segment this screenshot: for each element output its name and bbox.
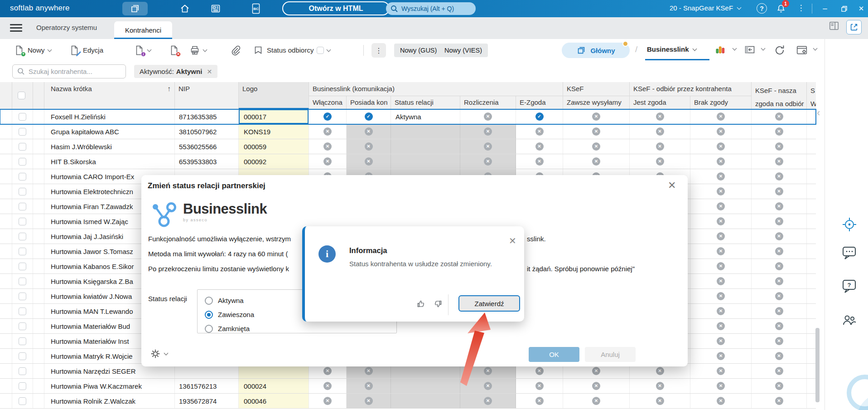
cell-logo[interactable]: 000059	[239, 139, 309, 154]
row-checkbox[interactable]	[19, 278, 26, 285]
tab-kontrahenci[interactable]: Kontrahenci	[114, 21, 172, 39]
status-odbiorcy-checkbox[interactable]	[317, 47, 324, 54]
row-checkbox[interactable]	[19, 173, 26, 181]
side-panel-button[interactable]	[828, 20, 840, 32]
row-checkbox[interactable]	[19, 128, 26, 136]
contractor-search[interactable]	[12, 64, 126, 78]
chevron-down-icon[interactable]	[813, 46, 818, 51]
modal-close-icon[interactable]: ✕	[668, 181, 676, 190]
restore-button[interactable]	[838, 3, 850, 15]
status-odbiorcy-button[interactable]: Status odbiorcy	[253, 39, 330, 61]
row-checkbox[interactable]	[19, 248, 26, 255]
table-row[interactable]: Hurtownia Piwa W.Kaczmarek13615762130000…	[0, 379, 816, 394]
col-header-status-relacji[interactable]: Status relacji	[391, 96, 460, 109]
hamburger-menu-icon[interactable]	[10, 24, 22, 32]
community-button[interactable]	[841, 312, 858, 328]
open-in-html-button[interactable]: Otwórz w HTML	[282, 1, 390, 15]
cell-logo[interactable]: KONS19	[239, 124, 309, 139]
row-checkbox[interactable]	[19, 143, 26, 151]
attachments-button[interactable]	[230, 39, 241, 61]
row-checkbox[interactable]	[19, 308, 26, 315]
col-header-rozliczenia[interactable]: Rozliczenia	[460, 96, 516, 109]
row-checkbox[interactable]	[19, 188, 26, 195]
edit-button[interactable]: Edycja	[69, 39, 103, 61]
company-context-selector[interactable]: 20 - SnapGear KSeF	[670, 4, 741, 12]
row-checkbox[interactable]	[19, 337, 26, 345]
dialog-close-icon[interactable]: ✕	[509, 236, 516, 245]
col-header-logo[interactable]: Logo	[239, 82, 309, 109]
help-chat-button[interactable]: ?	[841, 278, 858, 294]
row-checkbox[interactable]	[19, 113, 26, 121]
home-button[interactable]	[178, 2, 192, 15]
minimize-button[interactable]: –	[819, 3, 831, 15]
more-menu-button[interactable]: ⋮	[796, 3, 805, 13]
new-vies-button[interactable]: Nowy (VIES)	[439, 44, 488, 57]
zatwierdz-button[interactable]: Zatwierdź	[458, 295, 520, 312]
col-header-ezgoda[interactable]: E-Zgoda	[516, 96, 563, 109]
cell-logo[interactable]: 000046	[239, 394, 309, 408]
chat-button[interactable]	[841, 244, 858, 261]
cell-logo[interactable]: 000024	[239, 379, 309, 393]
news-button[interactable]	[208, 2, 223, 15]
col-header-nip[interactable]: NIP	[175, 82, 239, 109]
select-all-checkbox[interactable]	[18, 92, 25, 99]
remove-filter-icon[interactable]: ✕	[207, 68, 212, 75]
modal-settings-button[interactable]	[151, 349, 168, 358]
row-checkbox[interactable]	[19, 203, 26, 210]
thumbs-down-icon[interactable]	[433, 299, 443, 309]
table-row[interactable]: Foxsell H.Zieliński8713635385000017✓✓Akt…	[0, 109, 816, 124]
col-header-brak-zgody[interactable]: Brak zgody	[690, 96, 752, 109]
chevron-down-icon[interactable]	[733, 46, 737, 51]
col-header-posiada[interactable]: Posiada kon	[347, 96, 391, 109]
row-checkbox[interactable]	[19, 397, 26, 405]
locate-button[interactable]	[841, 216, 858, 233]
layers-button[interactable]	[122, 2, 148, 15]
radio-button[interactable]	[205, 325, 213, 333]
row-checkbox[interactable]	[19, 382, 26, 390]
radio-button[interactable]	[205, 311, 213, 319]
thumbs-up-icon[interactable]	[416, 299, 426, 309]
activity-filter-chip[interactable]: Aktywność: Aktywni ✕	[134, 65, 217, 78]
toolbar-more-button[interactable]: ⋮	[371, 43, 386, 58]
chart-button[interactable]	[715, 44, 726, 55]
global-search[interactable]	[386, 2, 476, 15]
close-window-button[interactable]: ✕	[855, 3, 867, 15]
tab-operatorzy-systemu[interactable]: Operatorzy systemu	[36, 24, 97, 31]
main-view-button[interactable]: Główny	[562, 43, 630, 58]
row-checkbox[interactable]	[19, 263, 26, 270]
table-row[interactable]: Grupa kapitałowa ABC3810507962KONS19✕✕✕✕…	[0, 124, 816, 139]
table-scrollbar[interactable]	[815, 328, 820, 402]
refresh-button[interactable]	[774, 44, 786, 56]
collapse-panel-button[interactable]	[744, 44, 755, 55]
document-info-button[interactable]: i	[134, 39, 151, 61]
col-header-ksef-nasza[interactable]: KSeF - naszazgoda na odbiór	[752, 82, 807, 109]
contractor-search-input[interactable]	[29, 68, 115, 75]
chevron-down-icon[interactable]	[761, 46, 766, 51]
window-settings-button[interactable]	[796, 44, 808, 56]
share-button[interactable]	[846, 20, 862, 34]
scroll-left-icon[interactable]: ‹	[817, 107, 820, 119]
group-header-businesslink[interactable]: Businesslink (komunikacja)	[309, 82, 563, 96]
table-row[interactable]: HIT B.Sikorska6539533803000092✕✕✕✕✕✕✕✕	[0, 154, 816, 169]
new-gus-button[interactable]: Nowy (GUS)	[394, 44, 443, 57]
print-button[interactable]	[189, 39, 207, 61]
row-checkbox[interactable]	[19, 322, 26, 330]
bc-button[interactable]: BC	[249, 2, 263, 15]
row-checkbox[interactable]	[19, 158, 26, 166]
cell-logo[interactable]: 000092	[239, 154, 309, 169]
businesslink-view-selector[interactable]: Businesslink	[647, 45, 696, 53]
row-checkbox[interactable]	[19, 218, 26, 225]
radio-button[interactable]	[205, 297, 213, 305]
ok-button[interactable]: OK	[529, 347, 579, 362]
row-checkbox[interactable]	[19, 352, 26, 360]
document-delete-button[interactable]: ✕	[169, 39, 179, 61]
cell-logo[interactable]: 000017	[239, 109, 309, 124]
new-button[interactable]: + Nowy	[14, 39, 51, 61]
col-header-wlaczona[interactable]: Włączona	[309, 96, 347, 109]
table-row[interactable]: Hasim J.Wróblewski5536025566000059✕✕✕✕✕✕…	[0, 139, 816, 154]
sort-asc-icon[interactable]: ↑	[167, 85, 171, 109]
group-header-ksef-odbior[interactable]: KSeF - odbiór przez kontrahenta	[630, 82, 752, 96]
row-checkbox[interactable]	[19, 233, 26, 240]
global-search-input[interactable]	[401, 5, 469, 12]
help-button[interactable]: ?	[757, 3, 767, 14]
